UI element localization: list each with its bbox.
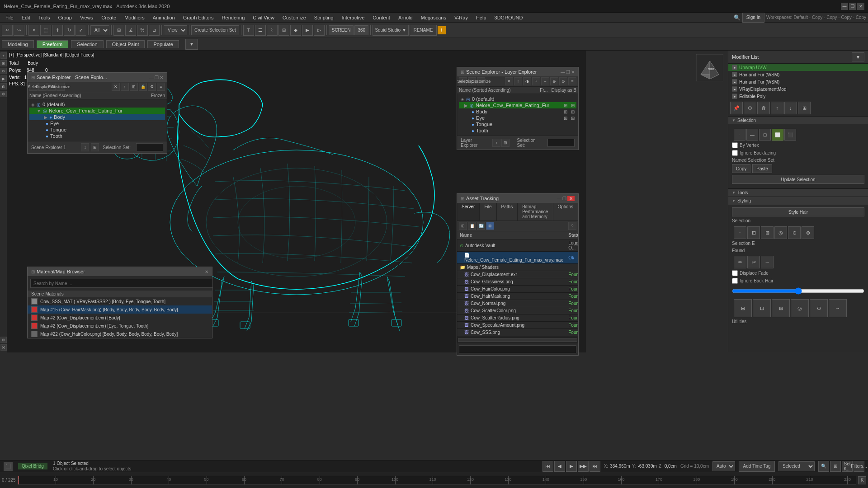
mod-item-hair-fur-1[interactable]: ● Hair and Fur (WSM) <box>728 71 868 78</box>
at-scrollbar[interactable] <box>457 336 578 343</box>
rp-modifier-list-dropdown[interactable]: ▼ <box>852 52 864 61</box>
select-region-button[interactable]: ⬚ <box>40 25 51 36</box>
select-button[interactable]: ✦ <box>28 25 39 36</box>
mb-item-disp1[interactable]: Map #2 (Cow_Displacement.exr) [Body] <box>28 314 212 322</box>
se-display-btn[interactable]: Display <box>38 83 47 91</box>
material-editor-button[interactable]: ◆ <box>290 25 301 36</box>
selection-section-title[interactable]: Selection <box>728 117 868 124</box>
style-big-btn-5[interactable]: ⊙ <box>810 299 828 317</box>
sidebar-motion[interactable]: ▶ <box>0 75 7 82</box>
menu-file[interactable]: File <box>2 14 17 21</box>
menu-arnold[interactable]: Arnold <box>395 14 416 21</box>
at-minimize[interactable]: — <box>557 196 561 201</box>
sel-edge-btn[interactable]: — <box>746 129 758 141</box>
le-footer-btn1[interactable]: ↕ <box>492 139 500 147</box>
at-tb-btn1[interactable]: ⊞ <box>459 222 467 230</box>
mod-eye-vray[interactable]: ● <box>732 86 737 92</box>
se-options-btn[interactable]: ⚙ <box>148 83 156 91</box>
at-row-maps-folder[interactable]: 📁Maps / Shaders <box>457 264 578 271</box>
align-button[interactable]: ⊤ <box>243 25 254 36</box>
at-tab-bitmap[interactable]: Bitmap Performance and Memory <box>518 203 553 221</box>
play-prev-key-btn[interactable]: ⏮ <box>542 461 553 472</box>
mod-eye-unwrap[interactable]: ● <box>732 65 737 70</box>
at-row-sss[interactable]: 🖼Cow_SSS.png Found <box>457 329 578 336</box>
tools-section-title[interactable]: Tools <box>728 189 868 197</box>
scene-explorer-minimize[interactable]: — <box>149 75 154 80</box>
at-row-hairmask[interactable]: 🖼Cow_HairMask.png Found <box>457 293 578 300</box>
menu-animation[interactable]: Animation <box>149 14 179 21</box>
se-item-default-layer[interactable]: ◈ ◎ 0 (default) <box>29 101 165 108</box>
le-close[interactable]: ✕ <box>571 70 575 75</box>
scene-explorer-header[interactable]: ⊞ Scene Explorer - Scene Explo... — ❐ ✕ <box>28 73 167 82</box>
view-dropdown[interactable]: View <box>164 25 187 35</box>
by-vertex-checkbox[interactable] <box>732 142 738 148</box>
mb-item-disp2[interactable]: Map #2 (Cow_Displacement.exr) [Eye, Tong… <box>28 322 212 330</box>
at-tb-btn2[interactable]: 📋 <box>468 222 476 230</box>
sel-copy-btn[interactable]: Copy <box>732 164 750 173</box>
percent-snap-button[interactable]: % <box>137 25 148 36</box>
fade-slider[interactable] <box>732 287 864 295</box>
le-camera-btn[interactable]: ⊘ <box>559 77 567 85</box>
rotate-button[interactable]: ↻ <box>64 25 75 36</box>
at-close[interactable]: ✕ <box>567 196 575 201</box>
menu-rendering[interactable]: Rendering <box>218 14 249 21</box>
search-btn[interactable]: 🔍 <box>818 461 829 472</box>
at-tab-options[interactable]: Options <box>553 203 578 221</box>
scale-button[interactable]: ⤢ <box>75 25 86 36</box>
undo-button[interactable]: ↩ <box>2 25 13 36</box>
le-del-btn[interactable]: − <box>541 77 549 85</box>
se-item-body[interactable]: ▶ ● Body <box>29 114 165 120</box>
angle-snap-button[interactable]: ∡ <box>125 25 136 36</box>
menu-interactive[interactable]: Interactive <box>338 14 368 21</box>
curve-editor-button[interactable]: ⌇ <box>267 25 278 36</box>
at-tab-file[interactable]: File <box>480 203 496 221</box>
play-next-key-btn[interactable]: ⏭ <box>590 461 600 472</box>
menu-scripting[interactable]: Scripting <box>311 14 337 21</box>
le-item-default[interactable]: ◈ ◎ 0 (default) <box>459 96 576 102</box>
selected-dropdown[interactable]: Selected <box>778 461 815 471</box>
at-row-normal[interactable]: 🖼Cow_Normal.png Found <box>457 300 578 307</box>
timeline-track[interactable]: 0 10 20 30 40 50 60 70 80 90 100 <box>18 476 856 485</box>
ignore-back-hair-checkbox[interactable] <box>732 278 738 284</box>
at-tb-btn4[interactable]: ⊠ <box>486 222 494 230</box>
mod-item-hair-fur-2[interactable]: ● Hair and Fur (WSM) <box>728 78 868 85</box>
mb-search-input[interactable] <box>30 279 213 288</box>
mod-pin-btn[interactable]: 📌 <box>730 102 743 114</box>
menu-modifiers[interactable]: Modifiers <box>121 14 148 21</box>
mod-eye-hair1[interactable]: ● <box>732 72 737 77</box>
render-button[interactable]: ▷ <box>314 25 325 36</box>
render-setup-button[interactable]: ▶ <box>302 25 313 36</box>
le-light-btn[interactable]: ◑ <box>523 77 531 85</box>
at-tab-server[interactable]: Server <box>457 203 480 221</box>
at-row-specular[interactable]: 🖼Cow_SpecularAmount.png Found <box>457 322 578 329</box>
at-maximize[interactable]: ❐ <box>562 196 566 201</box>
mod-up-btn[interactable]: ↑ <box>771 102 783 114</box>
schematic-view-button[interactable]: ⊞ <box>278 25 289 36</box>
workspace-dropdown[interactable]: Squid Studio ▼ <box>373 25 409 36</box>
scene-explorer-close[interactable]: ✕ <box>160 75 163 80</box>
at-tb-btn3[interactable]: 🔄 <box>477 222 485 230</box>
menu-graph-editors[interactable]: Graph Editors <box>179 14 217 21</box>
tab-freeform[interactable]: Freeform <box>37 40 69 48</box>
sel-paste-btn[interactable]: Paste <box>752 164 772 173</box>
restore-button[interactable]: ❐ <box>849 3 856 10</box>
le-item-tongue[interactable]: ● Tongue <box>459 121 576 127</box>
sidebar-hierarchy[interactable]: ⊘ <box>0 68 7 74</box>
scene-explorer-maximize[interactable]: ❐ <box>155 75 159 80</box>
se-item-eye[interactable]: ● Eye <box>29 120 165 127</box>
snap-button[interactable]: ⊞ <box>113 25 124 36</box>
asset-tracking-header[interactable]: ⊞ Asset Tracking — ❐ ✕ <box>457 194 578 203</box>
tab-populate[interactable]: Populate <box>147 40 179 48</box>
material-browser-header[interactable]: ⊞ Material/Map Browser ✕ <box>28 267 212 276</box>
mb-item-haircolor[interactable]: Map #22 (Cow_HairColor.png) [Body, Body,… <box>28 330 212 338</box>
style-sel-btn-6[interactable]: ⊛ <box>802 226 814 239</box>
style-brush-btn[interactable]: ✏ <box>734 256 746 268</box>
menu-customize[interactable]: Customize <box>279 14 310 21</box>
le-add-btn[interactable]: + <box>532 77 540 85</box>
minimize-button[interactable]: — <box>841 3 848 10</box>
mode-button[interactable]: ▼ <box>185 39 198 50</box>
menu-content[interactable]: Content <box>369 14 394 21</box>
play-prev-btn[interactable]: ◀ <box>554 461 565 472</box>
mb-item-sss-mat[interactable]: Cow_SSS_MAT ( VRayFastSSS2 ) [Body, Eye,… <box>28 297 212 305</box>
le-customize-btn[interactable]: Customize <box>477 77 485 85</box>
